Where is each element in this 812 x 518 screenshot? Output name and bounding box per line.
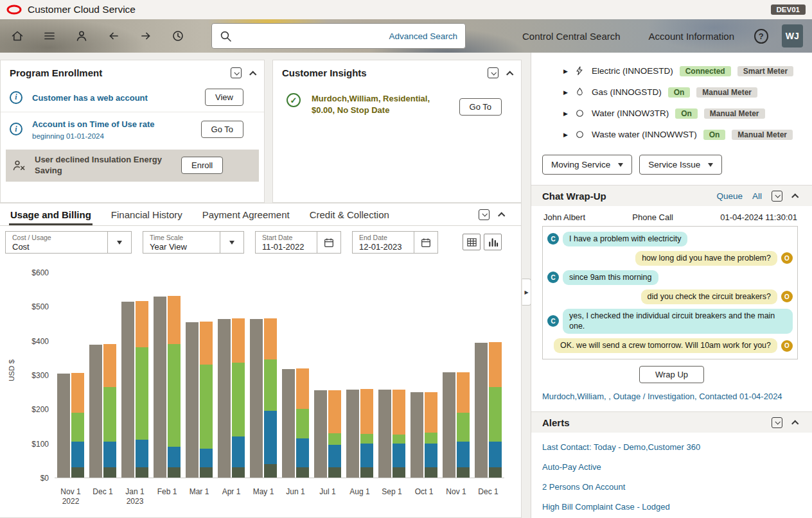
stacked-cost-bar[interactable] [232,273,245,478]
bar-segment-dark-green[interactable] [296,467,309,478]
bar-segment-orange[interactable] [232,318,245,363]
enrollment-link[interactable]: Customer has a web account [32,93,148,103]
bar-segment-dark-green[interactable] [168,467,181,478]
bar-segment-blue[interactable] [425,444,437,467]
service-name[interactable]: Gas (INNOGSTD) [592,87,662,97]
bar-segment-green[interactable] [425,433,437,444]
end-date-calendar-icon[interactable] [414,231,438,254]
total-cost-bar[interactable] [346,390,359,478]
stacked-cost-bar[interactable] [360,273,373,478]
account-information-link[interactable]: Account Information [649,31,734,42]
stacked-cost-bar[interactable] [425,273,437,478]
total-cost-bar[interactable] [57,374,70,478]
collapse-icon[interactable] [498,212,505,219]
bar-segment-blue[interactable] [168,447,181,467]
bar-segment-orange[interactable] [393,390,405,435]
bar-segment-green[interactable] [296,409,309,438]
user-avatar[interactable]: WJ [782,24,803,47]
bar-segment-green[interactable] [200,365,213,449]
bar-segment-orange[interactable] [264,318,277,359]
view-button[interactable]: View [205,89,243,106]
expand-icon[interactable]: ▶ [563,132,568,138]
bar-segment-green[interactable] [71,413,84,442]
bar-segment-blue[interactable] [457,442,470,467]
table-view-icon[interactable] [463,234,481,250]
bar-segment-orange[interactable] [296,368,309,409]
wrap-up-button[interactable]: Wrap Up [639,366,704,383]
queue-link[interactable]: Queue [716,191,743,201]
advanced-search-link[interactable]: Advanced Search [389,31,457,41]
bar-segment-orange[interactable] [200,322,213,365]
bar-segment-orange[interactable] [136,301,148,347]
total-cost-bar[interactable] [282,369,295,478]
total-cost-bar[interactable] [154,297,166,478]
total-cost-bar[interactable] [410,392,423,478]
service-name[interactable]: Waste water (INNOWWST) [592,130,697,139]
history-icon[interactable] [170,28,186,44]
bar-segment-dark-green[interactable] [71,467,84,478]
bar-segment-green[interactable] [136,347,148,440]
cost-usage-select[interactable]: Cost / Usage Cost [5,231,108,254]
bar-segment-dark-green[interactable] [103,467,116,478]
panel-expand-handle[interactable]: ▶ [522,279,531,306]
total-cost-bar[interactable] [314,390,327,478]
total-cost-bar[interactable] [186,322,199,478]
collapse-icon[interactable] [791,420,799,427]
bar-segment-green[interactable] [103,387,116,442]
panel-menu-icon[interactable] [231,67,242,78]
alert-link-high-bill[interactable]: High Bill Complaint Case - Lodged [542,502,812,512]
total-cost-bar[interactable] [443,372,455,478]
bar-segment-orange[interactable] [425,392,437,433]
bar-segment-green[interactable] [328,433,341,445]
stacked-cost-bar[interactable] [103,273,116,478]
bar-segment-blue[interactable] [232,436,245,467]
bar-segment-green[interactable] [168,344,181,447]
back-arrow-icon[interactable] [105,28,122,44]
bar-chart-view-icon[interactable] [484,234,502,250]
bar-segment-dark-green[interactable] [457,467,470,478]
contact-icon[interactable] [73,28,90,44]
bar-segment-green[interactable] [232,363,245,436]
moving-service-button[interactable]: Moving Service [542,155,632,175]
time-scale-dropdown-icon[interactable] [220,231,244,254]
bar-segment-orange[interactable] [457,372,470,413]
bar-segment-blue[interactable] [489,442,502,467]
total-cost-bar[interactable] [475,343,488,478]
cost-usage-dropdown-icon[interactable] [107,231,132,254]
service-name[interactable]: Water (INNOW3TR) [592,108,669,118]
expand-icon[interactable]: ▶ [563,89,568,96]
total-cost-bar[interactable] [218,319,231,478]
total-cost-bar[interactable] [121,302,134,478]
chat-case-link[interactable]: Murdoch,William, , Outage / Investigatio… [542,392,812,401]
bar-segment-green[interactable] [264,359,277,411]
tab-financial-history[interactable]: Financial History [110,203,184,225]
bar-segment-blue[interactable] [264,411,277,464]
tab-payment-agreement[interactable]: Payment Agreement [201,203,291,225]
expand-icon[interactable]: ▶ [563,68,568,74]
bar-segment-blue[interactable] [71,442,84,467]
alert-link-auto-pay[interactable]: Auto-Pay Active [542,462,812,472]
bar-segment-blue[interactable] [360,444,373,467]
bar-segment-dark-green[interactable] [264,464,277,478]
home-icon[interactable] [9,28,26,44]
bar-segment-dark-green[interactable] [232,467,245,478]
bar-segment-blue[interactable] [393,444,405,467]
forward-arrow-icon[interactable] [137,28,154,44]
alert-link-persons[interactable]: 2 Persons On Account [542,482,812,492]
total-cost-bar[interactable] [250,319,263,478]
search-input[interactable] [237,31,384,41]
bar-segment-dark-green[interactable] [328,467,341,478]
bar-segment-green[interactable] [360,434,373,444]
alert-link-last-contact[interactable]: Last Contact: Today - Demo,Customer 360 [542,442,812,452]
time-scale-select[interactable]: Time Scale Year View [143,231,220,254]
bar-segment-dark-green[interactable] [489,467,502,478]
end-date-field[interactable]: End Date 12-01-2023 [352,231,414,254]
bar-segment-green[interactable] [457,413,470,442]
menu-icon[interactable] [41,28,58,44]
bar-segment-orange[interactable] [360,389,373,433]
panel-menu-icon[interactable] [479,209,490,220]
panel-menu-icon[interactable] [488,67,499,78]
bar-segment-green[interactable] [393,435,405,443]
stacked-cost-bar[interactable] [328,273,341,478]
total-cost-bar[interactable] [89,345,102,478]
